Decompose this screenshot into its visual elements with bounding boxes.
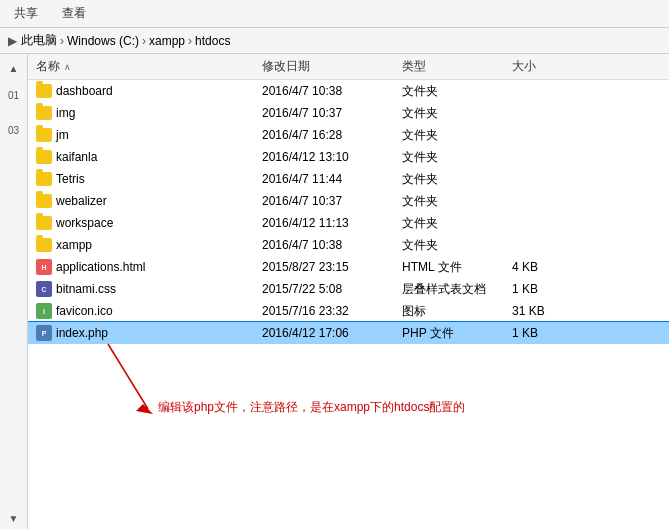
file-name-cell: Cbitnami.css [32,281,262,297]
breadcrumb-pc[interactable]: 此电脑 [21,32,57,49]
sidebar-up-arrow[interactable]: ▲ [4,58,24,78]
folder-icon [36,194,52,208]
file-name-text: kaifanla [56,150,97,164]
file-name-text: favicon.ico [56,304,113,318]
folder-icon [36,238,52,252]
file-date-cell: 2016/4/7 10:37 [262,106,402,120]
ico-icon: I [36,303,52,319]
file-name-cell: Ifavicon.ico [32,303,262,319]
file-list: dashboard2016/4/7 10:38文件夹img2016/4/7 10… [28,80,669,529]
left-sidebar: ▲ 01 03 ▼ [0,54,28,529]
annotation-arrow-svg [78,339,198,439]
table-row[interactable]: jm2016/4/7 16:28文件夹 [28,124,669,146]
breadcrumb-icon: ▶ [8,34,17,48]
sort-arrow-icon: ∧ [64,62,71,72]
file-date-cell: 2016/4/7 10:38 [262,84,402,98]
file-name-cell: xampp [32,238,262,252]
file-name-cell: webalizer [32,194,262,208]
file-date-cell: 2016/4/7 16:28 [262,128,402,142]
file-date-cell: 2016/4/7 10:38 [262,238,402,252]
file-name-text: Tetris [56,172,85,186]
table-row[interactable]: xampp2016/4/7 10:38文件夹 [28,234,669,256]
file-name-cell: kaifanla [32,150,262,164]
table-row[interactable]: dashboard2016/4/7 10:38文件夹 [28,80,669,102]
file-name-cell: Tetris [32,172,262,186]
share-button[interactable]: 共享 [8,3,44,24]
folder-icon [36,128,52,142]
file-name-text: webalizer [56,194,107,208]
table-row[interactable]: Tetris2016/4/7 11:44文件夹 [28,168,669,190]
main-layout: ▲ 01 03 ▼ 名称 ∧ 修改日期 类型 大小 dashboard2016/… [0,54,669,529]
table-row[interactable]: img2016/4/7 10:37文件夹 [28,102,669,124]
file-size-cell: 1 KB [512,326,582,340]
content-area: 名称 ∧ 修改日期 类型 大小 dashboard2016/4/7 10:38文… [28,54,669,529]
table-row[interactable]: webalizer2016/4/7 10:37文件夹 [28,190,669,212]
breadcrumb-sep-2: › [142,34,146,48]
folder-icon [36,150,52,164]
file-date-cell: 2016/4/12 11:13 [262,216,402,230]
file-type-cell: 文件夹 [402,171,512,188]
file-type-cell: 文件夹 [402,127,512,144]
file-type-cell: 文件夹 [402,193,512,210]
col-date-header[interactable]: 修改日期 [262,58,402,75]
col-type-header[interactable]: 类型 [402,58,512,75]
table-row[interactable]: Happlications.html2015/8/27 23:15HTML 文件… [28,256,669,278]
breadcrumb-xampp[interactable]: xampp [149,34,185,48]
file-name-text: xampp [56,238,92,252]
file-date-cell: 2016/4/7 11:44 [262,172,402,186]
folder-icon [36,84,52,98]
annotation-area: 编辑该php文件，注意路径，是在xampp下的htdocs配置的 [28,344,669,454]
file-date-cell: 2015/7/22 5:08 [262,282,402,296]
col-size-header[interactable]: 大小 [512,58,582,75]
file-size-cell: 1 KB [512,282,582,296]
file-type-cell: 层叠样式表文档 [402,281,512,298]
breadcrumb-sep-3: › [188,34,192,48]
folder-icon [36,216,52,230]
file-type-cell: 文件夹 [402,149,512,166]
file-name-text: jm [56,128,69,142]
php-icon: P [36,325,52,341]
column-headers: 名称 ∧ 修改日期 类型 大小 [28,54,669,80]
folder-icon [36,106,52,120]
table-row[interactable]: workspace2016/4/12 11:13文件夹 [28,212,669,234]
svg-marker-1 [136,404,153,414]
file-type-cell: 文件夹 [402,105,512,122]
svg-line-0 [108,344,148,409]
view-button[interactable]: 查看 [56,3,92,24]
table-row[interactable]: kaifanla2016/4/12 13:10文件夹 [28,146,669,168]
file-date-cell: 2016/4/12 13:10 [262,150,402,164]
col-name-header[interactable]: 名称 ∧ [32,58,262,75]
file-type-cell: HTML 文件 [402,259,512,276]
file-date-cell: 2016/4/12 17:06 [262,326,402,340]
breadcrumb-c[interactable]: Windows (C:) [67,34,139,48]
file-name-text: applications.html [56,260,145,274]
file-date-cell: 2016/4/7 10:37 [262,194,402,208]
file-size-cell: 4 KB [512,260,582,274]
file-name-text: dashboard [56,84,113,98]
file-type-cell: 图标 [402,303,512,320]
file-name-cell: dashboard [32,84,262,98]
table-row[interactable]: Ifavicon.ico2015/7/16 23:32图标31 KB [28,300,669,322]
file-type-cell: 文件夹 [402,237,512,254]
file-name-cell: img [32,106,262,120]
file-name-text: index.php [56,326,108,340]
toolbar: 共享 查看 [0,0,669,28]
file-date-cell: 2015/8/27 23:15 [262,260,402,274]
table-row[interactable]: Cbitnami.css2015/7/22 5:08层叠样式表文档1 KB [28,278,669,300]
html-icon: H [36,259,52,275]
css-icon: C [36,281,52,297]
breadcrumb: ▶ 此电脑 › Windows (C:) › xampp › htdocs [0,28,669,54]
file-name-text: img [56,106,75,120]
sidebar-num-03: 03 [8,125,19,136]
file-date-cell: 2015/7/16 23:32 [262,304,402,318]
file-name-cell: workspace [32,216,262,230]
annotation-text: 编辑该php文件，注意路径，是在xampp下的htdocs配置的 [158,399,465,416]
breadcrumb-sep-1: › [60,34,64,48]
file-name-cell: Happlications.html [32,259,262,275]
folder-icon [36,172,52,186]
breadcrumb-htdocs[interactable]: htdocs [195,34,230,48]
file-type-cell: 文件夹 [402,83,512,100]
sidebar-down-arrow[interactable]: ▼ [9,510,19,525]
sidebar-num-01: 01 [8,90,19,101]
file-name-text: workspace [56,216,113,230]
